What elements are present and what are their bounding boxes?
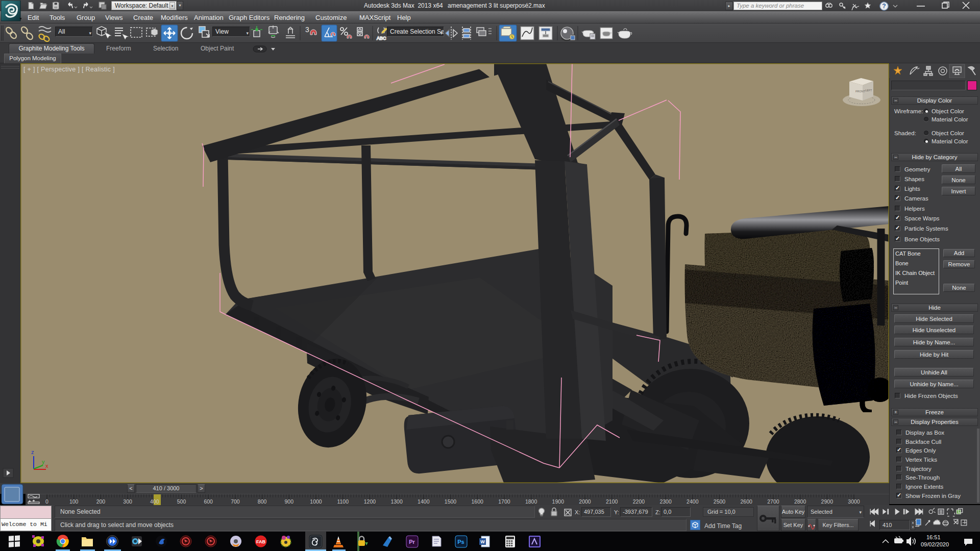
svg-text:FRONT: FRONT	[855, 90, 866, 93]
svg-text:y: y	[42, 459, 45, 465]
svg-text:3: 3	[305, 26, 309, 34]
svg-text:FAB: FAB	[256, 539, 266, 544]
svg-text:Ps: Ps	[457, 539, 464, 545]
svg-text:?: ?	[882, 3, 886, 10]
svg-text:x: x	[45, 463, 48, 469]
svg-text:LEFT: LEFT	[865, 89, 872, 92]
svg-text:ABC: ABC	[377, 36, 386, 41]
svg-text:Pr: Pr	[409, 539, 415, 545]
svg-text:W: W	[480, 539, 485, 544]
svg-text:z: z	[31, 449, 34, 455]
